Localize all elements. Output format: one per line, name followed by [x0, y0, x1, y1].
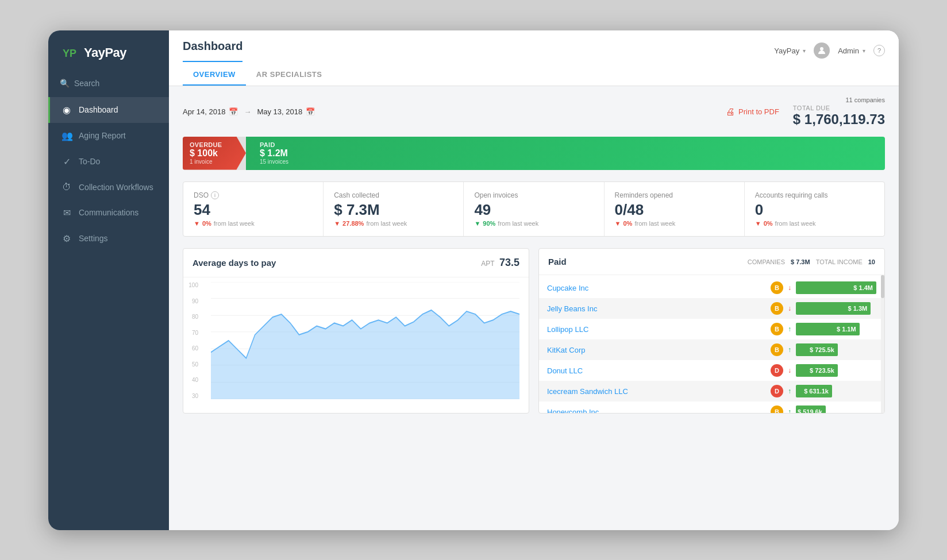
chart-y-axis: 100 90 80 70 60 50 40 30	[183, 282, 201, 399]
sidebar-item-dashboard[interactable]: ◉ Dashboard	[48, 97, 169, 123]
sidebar-item-todo[interactable]: ✓ To-Do	[48, 149, 169, 175]
trend-up-icon: ↑	[788, 346, 791, 354]
company-selector[interactable]: YayPay ▾	[774, 47, 806, 55]
header-actions: YayPay ▾ Admin ▾ ?	[774, 43, 885, 59]
sidebar-item-aging-report[interactable]: 👥 Aging Report	[48, 123, 169, 149]
paid-list-item: Icecream Sandwich LLC D ↑ $ 631.1k	[539, 381, 884, 401]
date-from-picker[interactable]: Apr 14, 2018 📅	[183, 107, 238, 116]
trend-down-icon: ▼	[334, 220, 340, 227]
trend-up-icon: ↑	[788, 387, 791, 395]
paid-list: Cupcake Inc B ↓ $ 1.4M Jelly Beans Inc B…	[539, 275, 884, 413]
tab-ar-specialists[interactable]: AR SPECIALISTS	[246, 64, 333, 86]
paid-bar-container: $ 631.1k	[796, 385, 876, 397]
page-title: Dashboard	[183, 40, 242, 62]
trend-down-icon: ↓	[788, 284, 791, 292]
paid-list-item: Lollipop LLC B ↑ $ 1.1M	[539, 319, 884, 339]
settings-icon: ⚙	[61, 233, 72, 244]
company-badge: D	[771, 364, 783, 377]
stat-cash-collected: Cash collected $ 7.3M ▼ 27.88% from last…	[324, 182, 464, 237]
paid-bar: $ 725.5k	[796, 343, 838, 356]
date-separator: →	[244, 107, 251, 116]
scrollbar-track[interactable]	[881, 275, 884, 413]
company-name-link[interactable]: Cupcake Inc	[547, 284, 766, 292]
trend-text: from last week	[214, 220, 255, 227]
trend-up-icon: ▼	[474, 220, 480, 227]
sidebar-item-label: Aging Report	[79, 131, 126, 140]
paid-meta: COMPANIES $ 7.3M TOTAL INCOME 10	[748, 258, 875, 265]
trend-up-icon: ↑	[788, 408, 791, 413]
company-name-link[interactable]: Honeycomb Inc	[547, 408, 766, 414]
user-selector[interactable]: Admin ▾	[838, 47, 865, 55]
paid-bar: $ 723.5k	[796, 364, 838, 377]
stat-open-invoices: Open invoices 49 ▼ 90% from last week	[464, 182, 604, 237]
search-button[interactable]: 🔍 Search	[48, 74, 169, 97]
paid-bar: $ 631.1k	[796, 385, 832, 397]
sidebar-item-label: Settings	[79, 234, 108, 243]
calendar-to-icon: 📅	[306, 107, 315, 116]
company-name-link[interactable]: Jelly Beans Inc	[547, 304, 766, 313]
company-badge: B	[771, 281, 783, 294]
paid-bar-label: $ 631.1k	[804, 388, 829, 395]
paid-list-item: KitKat Corp B ↑ $ 725.5k	[539, 339, 884, 360]
trend-pct: 90%	[483, 220, 495, 227]
help-button[interactable]: ?	[873, 45, 885, 56]
date-from-value: Apr 14, 2018	[183, 107, 225, 116]
dso-info-icon[interactable]: i	[211, 191, 219, 199]
communications-icon: ✉	[61, 207, 72, 218]
paid-bar-label: $ 519.6k	[798, 408, 822, 413]
overdue-label: Overdue	[190, 141, 239, 148]
companies-label: COMPANIES	[748, 258, 785, 265]
trend-up-icon: ↑	[788, 325, 791, 333]
sidebar-item-communications[interactable]: ✉ Communications	[48, 200, 169, 226]
trend-pct: 0%	[202, 220, 211, 227]
company-badge: B	[771, 405, 783, 413]
tab-overview[interactable]: OVERVIEW	[183, 64, 246, 86]
user-chevron-icon: ▾	[863, 48, 865, 54]
todo-icon: ✓	[61, 156, 72, 167]
content-area: Apr 14, 2018 📅 → May 13, 2018 📅 🖨 Print …	[169, 86, 899, 530]
header-tabs: OVERVIEW AR SPECIALISTS	[183, 62, 885, 86]
company-name-link[interactable]: Icecream Sandwich LLC	[547, 387, 766, 396]
sidebar-item-settings[interactable]: ⚙ Settings	[48, 226, 169, 252]
companies-value: $ 7.3M	[791, 258, 810, 265]
avg-days-title: Average days to pay	[193, 258, 276, 268]
stat-calls-trend: ▼ 0% from last week	[755, 220, 874, 227]
paid-amount: $ 1.2M	[260, 148, 288, 159]
company-name-link[interactable]: Lollipop LLC	[547, 325, 766, 334]
paid-bar-container: $ 1.4M	[796, 281, 876, 294]
stat-dso-trend: ▼ 0% from last week	[194, 220, 313, 227]
company-name-link[interactable]: Donut LLC	[547, 366, 766, 375]
print-to-pdf-button[interactable]: 🖨 Print to PDF	[726, 107, 779, 117]
paid-invoices: 15 invoices	[260, 159, 288, 165]
scrollbar-thumb[interactable]	[881, 275, 884, 298]
trend-down-icon: ↓	[788, 304, 791, 312]
trend-down-icon: ▼	[615, 220, 621, 227]
trend-down-icon: ▼	[755, 220, 761, 227]
paid-bar-label: $ 1.1M	[837, 326, 856, 333]
paid-list-item: Cupcake Inc B ↓ $ 1.4M	[539, 277, 884, 298]
user-name: Admin	[838, 47, 859, 55]
avg-days-header: Average days to pay APT 73.5	[183, 249, 529, 277]
stat-cash-label: Cash collected	[334, 191, 453, 199]
income-value: 10	[868, 258, 875, 265]
paid-bar-container: $ 1.1M	[796, 323, 876, 335]
invoice-progress-bar: Overdue $ 100k 1 invoice Paid $ 1.2M 15 …	[183, 137, 885, 170]
overdue-amount: $ 100k	[190, 148, 239, 159]
paid-bar-label: $ 723.5k	[810, 367, 834, 374]
date-to-picker[interactable]: May 13, 2018 📅	[257, 107, 315, 116]
sidebar-item-label: Collection Workflows	[79, 183, 153, 192]
company-name-link[interactable]: KitKat Corp	[547, 346, 766, 354]
total-due-section: 11 companies TOTAL DUE $ 1,760,119.73	[793, 96, 885, 128]
print-icon: 🖨	[726, 107, 735, 117]
sidebar-item-collection-workflows[interactable]: ⏱ Collection Workflows	[48, 175, 169, 200]
aging-report-icon: 👥	[61, 130, 72, 141]
trend-text: from last week	[634, 220, 675, 227]
apt-label: APT	[481, 260, 494, 268]
paid-bar-container: $ 1.3M	[796, 302, 876, 315]
paid-bar: $ 519.6k	[796, 405, 826, 413]
paid-bar-label: $ 1.4M	[853, 284, 873, 291]
trend-pct: 0%	[623, 220, 633, 227]
paid-bar: $ 1.4M	[796, 281, 876, 294]
paid-bar-container: $ 725.5k	[796, 343, 876, 356]
income-label: TOTAL INCOME	[816, 258, 863, 265]
